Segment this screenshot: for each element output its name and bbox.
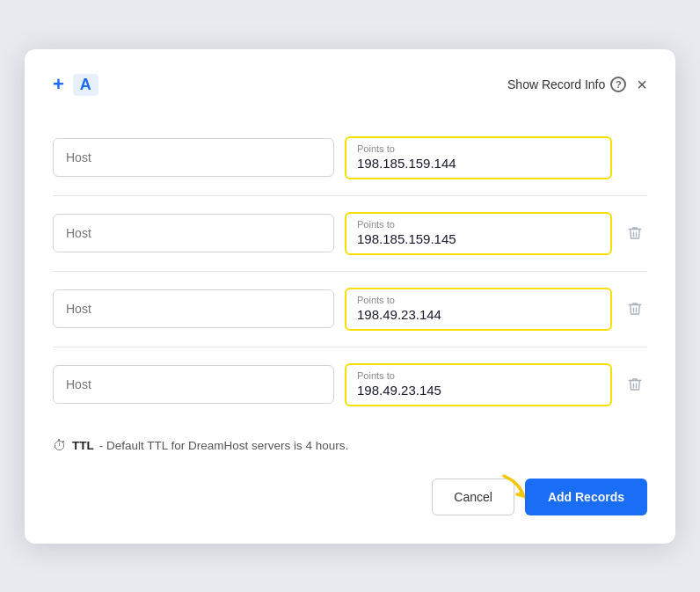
record-row: Points to 198.185.159.145 <box>53 196 647 272</box>
ttl-label: TTL <box>72 439 94 452</box>
ttl-row: ⏱ TTL - Default TTL for DreamHost server… <box>53 438 647 454</box>
points-to-field[interactable]: Points to 198.185.159.144 <box>345 136 612 179</box>
show-record-info-button[interactable]: Show Record Info ? <box>507 77 626 92</box>
points-to-label: Points to <box>357 219 600 230</box>
host-input[interactable] <box>53 138 334 177</box>
header-left: + A <box>53 74 98 96</box>
points-to-label: Points to <box>357 295 600 305</box>
points-to-label: Points to <box>357 143 600 154</box>
header-right: Show Record Info ? × <box>507 76 647 93</box>
dialog-footer: Cancel Add Records <box>53 479 647 515</box>
record-row: Points to 198.49.23.144 <box>53 272 647 347</box>
points-to-value: 198.49.23.145 <box>357 383 600 398</box>
add-records-button[interactable]: Add Records <box>525 479 647 515</box>
show-record-info-label: Show Record Info <box>507 77 605 91</box>
clock-icon: ⏱ <box>53 438 67 454</box>
record-type-badge: A <box>73 74 98 96</box>
close-button[interactable]: × <box>637 76 647 93</box>
host-input[interactable] <box>53 214 334 252</box>
record-row: Points to 198.185.159.144 <box>53 121 647 196</box>
delete-row-button[interactable] <box>623 225 647 241</box>
info-icon: ? <box>610 77 626 92</box>
delete-row-button[interactable] <box>623 301 647 317</box>
delete-row-button[interactable] <box>623 376 647 392</box>
dialog-header: + A Show Record Info ? × <box>53 74 647 96</box>
points-to-value: 198.185.159.145 <box>357 231 600 246</box>
host-input[interactable] <box>53 365 334 404</box>
points-to-field[interactable]: Points to 198.49.23.144 <box>345 288 612 331</box>
add-icon[interactable]: + <box>53 75 64 94</box>
points-to-field[interactable]: Points to 198.185.159.145 <box>345 212 612 255</box>
points-to-value: 198.185.159.144 <box>357 156 600 171</box>
points-to-label: Points to <box>357 370 600 381</box>
record-row: Points to 198.49.23.145 <box>53 347 647 422</box>
points-to-field[interactable]: Points to 198.49.23.145 <box>345 363 612 406</box>
points-to-value: 198.49.23.144 <box>357 307 600 322</box>
ttl-description: - Default TTL for DreamHost servers is 4… <box>99 439 349 452</box>
rows-container: Points to 198.185.159.144 Points to 198.… <box>53 121 647 422</box>
host-input[interactable] <box>53 289 334 328</box>
dialog-container: + A Show Record Info ? × Points to 198.1… <box>25 49 675 544</box>
